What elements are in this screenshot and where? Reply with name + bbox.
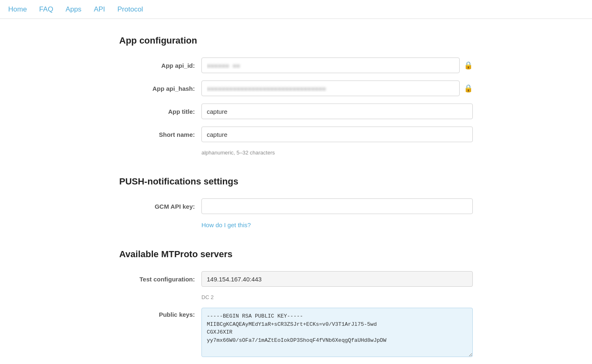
app-title-field-wrap <box>201 104 473 119</box>
gcm-api-key-label: GCM API key: <box>119 203 201 210</box>
api-id-label: App api_id: <box>119 62 201 69</box>
api-hash-input[interactable] <box>201 81 460 96</box>
api-id-input[interactable] <box>201 58 460 73</box>
api-id-row: App api_id: 🔒 <box>119 58 473 73</box>
app-title-label: App title: <box>119 108 201 115</box>
public-keys-row: Public keys: -----BEGIN RSA PUBLIC KEY--… <box>119 308 473 357</box>
main-content: App configuration App api_id: 🔒 App api_… <box>111 19 481 364</box>
push-notifications-section: PUSH-notifications settings GCM API key:… <box>119 176 473 228</box>
gcm-api-key-row: GCM API key: <box>119 198 473 214</box>
gcm-api-key-field-wrap <box>201 198 473 214</box>
app-title-row: App title: <box>119 104 473 119</box>
navigation: Home FAQ Apps API Protocol <box>0 0 592 19</box>
api-hash-row: App api_hash: 🔒 <box>119 81 473 96</box>
api-id-lock-icon[interactable]: 🔒 <box>464 61 473 70</box>
nav-home[interactable]: Home <box>8 0 27 19</box>
api-hash-field-wrap: 🔒 <box>201 81 473 96</box>
test-config-row: Test configuration: <box>119 271 473 287</box>
short-name-input[interactable] <box>201 127 473 142</box>
test-config-label: Test configuration: <box>119 276 201 283</box>
api-hash-label: App api_hash: <box>119 85 201 92</box>
short-name-label: Short name: <box>119 131 201 138</box>
test-config-field-wrap <box>201 271 473 287</box>
test-config-input[interactable] <box>201 271 473 287</box>
app-config-section: App configuration App api_id: 🔒 App api_… <box>119 35 473 156</box>
gcm-api-key-input[interactable] <box>201 198 473 214</box>
api-hash-lock-icon[interactable]: 🔒 <box>464 84 473 93</box>
mtproto-section: Available MTProto servers Test configura… <box>119 249 473 357</box>
dc-label: DC 2 <box>201 294 473 300</box>
push-notifications-title: PUSH-notifications settings <box>119 176 473 187</box>
mtproto-title: Available MTProto servers <box>119 249 473 260</box>
nav-apps[interactable]: Apps <box>65 0 81 19</box>
api-id-field-wrap: 🔒 <box>201 58 473 73</box>
nav-protocol[interactable]: Protocol <box>118 0 143 19</box>
gcm-how-to-link[interactable]: How do I get this? <box>201 221 473 228</box>
short-name-row: Short name: <box>119 127 473 142</box>
short-name-field-wrap <box>201 127 473 142</box>
public-keys-label: Public keys: <box>119 308 201 318</box>
public-keys-field-wrap: -----BEGIN RSA PUBLIC KEY----- MIIBCgKCA… <box>201 308 473 357</box>
nav-faq[interactable]: FAQ <box>39 0 53 19</box>
short-name-hint: alphanumeric, 5–32 characters <box>201 150 473 156</box>
app-config-title: App configuration <box>119 35 473 46</box>
nav-api[interactable]: API <box>94 0 105 19</box>
public-keys-textarea[interactable]: -----BEGIN RSA PUBLIC KEY----- MIIBCgKCA… <box>201 308 473 357</box>
app-title-input[interactable] <box>201 104 473 119</box>
